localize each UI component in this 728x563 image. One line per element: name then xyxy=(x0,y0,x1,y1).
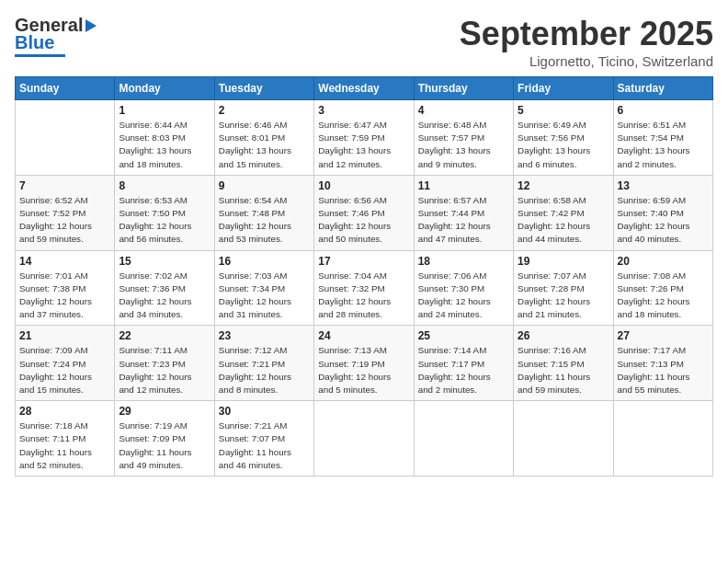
calendar-cell: 5Sunrise: 6:49 AM Sunset: 7:56 PM Daylig… xyxy=(514,100,613,176)
calendar-cell: 16Sunrise: 7:03 AM Sunset: 7:34 PM Dayli… xyxy=(214,250,313,326)
calendar-cell: 28Sunrise: 7:18 AM Sunset: 7:11 PM Dayli… xyxy=(16,401,115,477)
day-info: Sunrise: 7:02 AM Sunset: 7:36 PM Dayligh… xyxy=(119,270,210,322)
day-number: 29 xyxy=(119,405,210,418)
day-number: 15 xyxy=(119,255,210,268)
calendar-cell: 20Sunrise: 7:08 AM Sunset: 7:26 PM Dayli… xyxy=(613,250,712,326)
weekday-header-monday: Monday xyxy=(115,77,214,100)
day-info: Sunrise: 6:47 AM Sunset: 7:59 PM Dayligh… xyxy=(318,119,409,171)
day-info: Sunrise: 6:59 AM Sunset: 7:40 PM Dayligh… xyxy=(618,194,709,247)
calendar-cell xyxy=(314,401,414,477)
day-info: Sunrise: 7:14 AM Sunset: 7:17 PM Dayligh… xyxy=(418,344,509,396)
day-number: 22 xyxy=(119,329,210,342)
day-info: Sunrise: 7:03 AM Sunset: 7:34 PM Dayligh… xyxy=(219,270,310,322)
day-info: Sunrise: 7:19 AM Sunset: 7:09 PM Dayligh… xyxy=(119,419,210,472)
day-number: 1 xyxy=(119,104,210,117)
calendar-cell: 12Sunrise: 6:58 AM Sunset: 7:42 PM Dayli… xyxy=(514,175,613,250)
calendar-cell: 30Sunrise: 7:21 AM Sunset: 7:07 PM Dayli… xyxy=(214,401,313,477)
calendar-cell: 18Sunrise: 7:06 AM Sunset: 7:30 PM Dayli… xyxy=(414,250,513,326)
day-info: Sunrise: 7:16 AM Sunset: 7:15 PM Dayligh… xyxy=(518,344,609,396)
day-number: 23 xyxy=(219,329,310,342)
day-info: Sunrise: 6:44 AM Sunset: 8:03 PM Dayligh… xyxy=(119,119,210,171)
calendar-cell: 15Sunrise: 7:02 AM Sunset: 7:36 PM Dayli… xyxy=(115,250,214,326)
day-info: Sunrise: 6:52 AM Sunset: 7:52 PM Dayligh… xyxy=(19,194,110,247)
day-number: 19 xyxy=(518,255,609,268)
day-info: Sunrise: 6:49 AM Sunset: 7:56 PM Dayligh… xyxy=(518,119,609,171)
weekday-header-saturday: Saturday xyxy=(613,77,712,100)
calendar-cell: 23Sunrise: 7:12 AM Sunset: 7:21 PM Dayli… xyxy=(214,326,313,401)
day-info: Sunrise: 6:54 AM Sunset: 7:48 PM Dayligh… xyxy=(219,194,310,247)
day-number: 14 xyxy=(19,255,110,268)
calendar-cell: 24Sunrise: 7:13 AM Sunset: 7:19 PM Dayli… xyxy=(314,326,414,401)
day-number: 17 xyxy=(318,255,409,268)
title-block: September 2025 Ligornetto, Ticino, Switz… xyxy=(460,15,713,69)
day-number: 5 xyxy=(518,104,609,117)
calendar-cell: 8Sunrise: 6:53 AM Sunset: 7:50 PM Daylig… xyxy=(115,175,214,250)
day-info: Sunrise: 7:07 AM Sunset: 7:28 PM Dayligh… xyxy=(518,270,609,322)
calendar-cell: 3Sunrise: 6:47 AM Sunset: 7:59 PM Daylig… xyxy=(314,100,414,176)
weekday-header-thursday: Thursday xyxy=(414,77,513,100)
calendar-cell xyxy=(613,401,712,477)
calendar-cell: 10Sunrise: 6:56 AM Sunset: 7:46 PM Dayli… xyxy=(314,175,414,250)
location-title: Ligornetto, Ticino, Switzerland xyxy=(460,53,713,69)
day-info: Sunrise: 6:51 AM Sunset: 7:54 PM Dayligh… xyxy=(618,119,709,171)
calendar-cell: 22Sunrise: 7:11 AM Sunset: 7:23 PM Dayli… xyxy=(115,326,214,401)
day-number: 16 xyxy=(219,255,310,268)
page-header: General Blue September 2025 Ligornetto, … xyxy=(15,15,713,69)
day-number: 7 xyxy=(19,179,110,192)
day-info: Sunrise: 7:08 AM Sunset: 7:26 PM Dayligh… xyxy=(618,270,709,322)
day-number: 13 xyxy=(618,179,709,192)
weekday-header-friday: Friday xyxy=(514,77,613,100)
calendar-cell: 2Sunrise: 6:46 AM Sunset: 8:01 PM Daylig… xyxy=(214,100,313,176)
day-number: 20 xyxy=(618,255,709,268)
calendar-table: SundayMondayTuesdayWednesdayThursdayFrid… xyxy=(15,76,713,477)
calendar-cell: 14Sunrise: 7:01 AM Sunset: 7:38 PM Dayli… xyxy=(16,250,115,326)
calendar-cell: 17Sunrise: 7:04 AM Sunset: 7:32 PM Dayli… xyxy=(314,250,414,326)
weekday-header-wednesday: Wednesday xyxy=(314,77,414,100)
day-number: 3 xyxy=(318,104,409,117)
day-number: 21 xyxy=(19,329,110,342)
calendar-cell: 4Sunrise: 6:48 AM Sunset: 7:57 PM Daylig… xyxy=(414,100,513,176)
calendar-cell xyxy=(514,401,613,477)
day-number: 11 xyxy=(418,179,509,192)
calendar-cell: 6Sunrise: 6:51 AM Sunset: 7:54 PM Daylig… xyxy=(613,100,712,176)
day-info: Sunrise: 6:46 AM Sunset: 8:01 PM Dayligh… xyxy=(219,119,310,171)
day-info: Sunrise: 6:58 AM Sunset: 7:42 PM Dayligh… xyxy=(518,194,609,247)
day-number: 18 xyxy=(418,255,509,268)
day-number: 6 xyxy=(618,104,709,117)
calendar-cell: 13Sunrise: 6:59 AM Sunset: 7:40 PM Dayli… xyxy=(613,175,712,250)
day-info: Sunrise: 7:17 AM Sunset: 7:13 PM Dayligh… xyxy=(618,344,709,396)
day-info: Sunrise: 7:06 AM Sunset: 7:30 PM Dayligh… xyxy=(418,270,509,322)
day-info: Sunrise: 7:18 AM Sunset: 7:11 PM Dayligh… xyxy=(19,419,110,472)
logo: General Blue xyxy=(15,15,97,57)
calendar-cell: 9Sunrise: 6:54 AM Sunset: 7:48 PM Daylig… xyxy=(214,175,313,250)
calendar-cell: 19Sunrise: 7:07 AM Sunset: 7:28 PM Dayli… xyxy=(514,250,613,326)
weekday-header-sunday: Sunday xyxy=(16,77,115,100)
calendar-cell: 29Sunrise: 7:19 AM Sunset: 7:09 PM Dayli… xyxy=(115,401,214,477)
calendar-cell: 7Sunrise: 6:52 AM Sunset: 7:52 PM Daylig… xyxy=(16,175,115,250)
calendar-cell: 21Sunrise: 7:09 AM Sunset: 7:24 PM Dayli… xyxy=(16,326,115,401)
day-number: 24 xyxy=(318,329,409,342)
day-number: 27 xyxy=(618,329,709,342)
logo-arrow-icon xyxy=(85,19,97,32)
day-number: 12 xyxy=(518,179,609,192)
day-info: Sunrise: 7:01 AM Sunset: 7:38 PM Dayligh… xyxy=(19,270,110,322)
day-info: Sunrise: 7:09 AM Sunset: 7:24 PM Dayligh… xyxy=(19,344,110,396)
month-title: September 2025 xyxy=(460,15,713,53)
day-number: 10 xyxy=(318,179,409,192)
calendar-cell xyxy=(414,401,513,477)
day-info: Sunrise: 7:13 AM Sunset: 7:19 PM Dayligh… xyxy=(318,344,409,396)
calendar-cell xyxy=(16,100,115,176)
day-info: Sunrise: 6:53 AM Sunset: 7:50 PM Dayligh… xyxy=(119,194,210,247)
day-number: 8 xyxy=(119,179,210,192)
logo-blue-text: Blue xyxy=(15,32,54,53)
weekday-header-tuesday: Tuesday xyxy=(214,77,313,100)
day-number: 2 xyxy=(219,104,310,117)
day-number: 9 xyxy=(219,179,310,192)
day-info: Sunrise: 6:57 AM Sunset: 7:44 PM Dayligh… xyxy=(418,194,509,247)
calendar-cell: 1Sunrise: 6:44 AM Sunset: 8:03 PM Daylig… xyxy=(115,100,214,176)
day-number: 30 xyxy=(219,405,310,418)
calendar-cell: 26Sunrise: 7:16 AM Sunset: 7:15 PM Dayli… xyxy=(514,326,613,401)
logo-underline xyxy=(15,54,65,57)
day-info: Sunrise: 6:56 AM Sunset: 7:46 PM Dayligh… xyxy=(318,194,409,247)
day-info: Sunrise: 7:04 AM Sunset: 7:32 PM Dayligh… xyxy=(318,270,409,322)
